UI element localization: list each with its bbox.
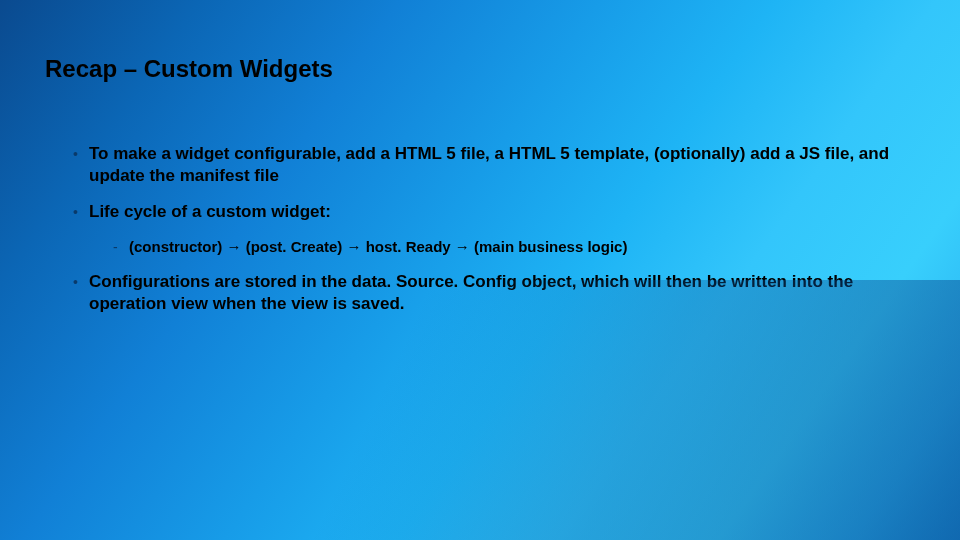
bullet-item: • Configurations are stored in the data.… <box>73 271 915 315</box>
bullet-icon: • <box>73 201 89 223</box>
bullet-text: To make a widget configurable, add a HTM… <box>89 143 915 187</box>
slide-content: • To make a widget configurable, add a H… <box>73 143 915 315</box>
bullet-icon: • <box>73 143 89 165</box>
bullet-item: • Life cycle of a custom widget: <box>73 201 915 223</box>
bullet-text: Configurations are stored in the data. S… <box>89 271 915 315</box>
slide: Recap – Custom Widgets • To make a widge… <box>0 0 960 540</box>
sub-bullet-item: - (constructor) → (post. Create) → host.… <box>113 237 915 257</box>
bullet-item: • To make a widget configurable, add a H… <box>73 143 915 187</box>
sub-bullet-text: (constructor) → (post. Create) → host. R… <box>129 237 627 257</box>
dash-icon: - <box>113 237 129 257</box>
bullet-text: Life cycle of a custom widget: <box>89 201 331 223</box>
slide-title: Recap – Custom Widgets <box>45 55 915 83</box>
bullet-icon: • <box>73 271 89 293</box>
